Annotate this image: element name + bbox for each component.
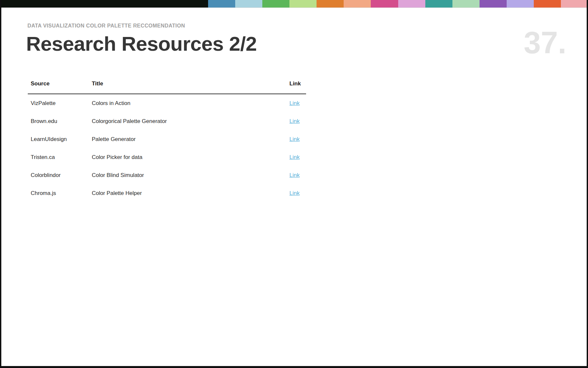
palette-bar-segment-4 [289,0,317,8]
slide-page: DATA VISUALIZATION COLOR PALETTE RECCOME… [0,0,588,368]
eyebrow-label: DATA VISUALIZATION COLOR PALETTE RECCOME… [27,23,185,29]
table-row: Chroma.js Color Palette Helper Link [28,184,306,202]
title-cell: Color Blind Simulator [92,172,289,179]
palette-bar-segment-5 [317,0,344,8]
title-cell: Color Palette Helper [92,190,289,197]
palette-bar-segment-11 [480,0,507,8]
table-row: Tristen.ca Color Picker for data Link [28,148,306,166]
palette-bar-segment-6 [344,0,371,8]
source-cell: Chroma.js [31,190,92,197]
table-row: Colorblindor Color Blind Simulator Link [28,166,306,184]
source-cell: Colorblindor [31,172,92,179]
table-body: VizPalette Colors in Action Link Brown.e… [28,94,306,202]
palette-bar-segment-1 [208,0,235,8]
palette-bar-segment-9 [425,0,452,8]
page-number: 37. [524,27,566,58]
palette-bar-segment-2 [235,0,262,8]
col-header-source: Source [31,80,92,87]
resource-link[interactable]: Link [289,100,306,107]
palette-bar-segment-14 [561,0,588,8]
table-row: VizPalette Colors in Action Link [28,94,306,112]
palette-bar-segment-7 [371,0,398,8]
resources-table: Source Title Link VizPalette Colors in A… [28,80,306,202]
table-row: Brown.edu Colorgorical Palette Generator… [28,112,306,130]
source-cell: VizPalette [31,100,92,107]
col-header-title: Title [92,80,289,87]
resource-link[interactable]: Link [289,172,306,179]
palette-bar-segment-12 [507,0,534,8]
source-cell: LearnUIdesign [31,136,92,143]
palette-bar-segment-3 [262,0,289,8]
palette-bar-black-segment [0,0,208,8]
top-palette-bar [0,0,588,8]
resource-link[interactable]: Link [289,190,306,197]
resource-link[interactable]: Link [289,154,306,161]
table-row: LearnUIdesign Palette Generator Link [28,130,306,148]
palette-bar-segment-8 [398,0,425,8]
table-header-row: Source Title Link [28,80,306,94]
title-cell: Palette Generator [92,136,289,143]
title-cell: Colorgorical Palette Generator [92,118,289,125]
title-cell: Color Picker for data [92,154,289,161]
resource-link[interactable]: Link [289,136,306,143]
resource-link[interactable]: Link [289,118,306,125]
palette-bar-segment-13 [534,0,561,8]
palette-bar-segment-10 [452,0,480,8]
page-title: Research Resources 2/2 [26,32,257,55]
source-cell: Tristen.ca [31,154,92,161]
col-header-link: Link [289,80,306,87]
source-cell: Brown.edu [31,118,92,125]
title-cell: Colors in Action [92,100,289,107]
